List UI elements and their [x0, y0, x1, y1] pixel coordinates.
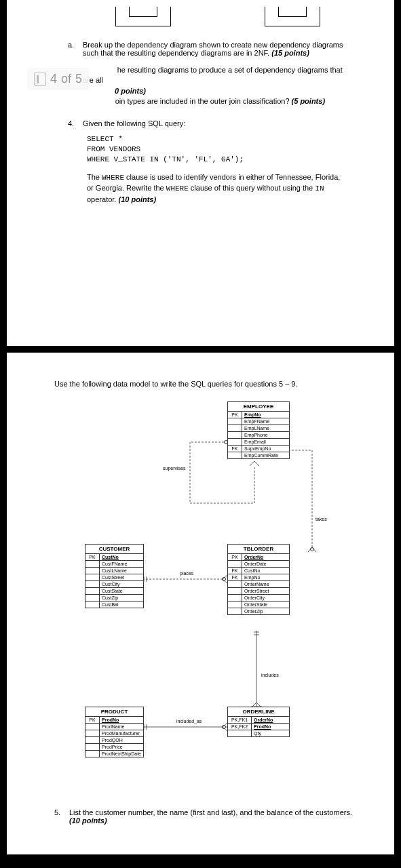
question-3a: a. Break up the dependency diagram shown…	[68, 41, 347, 57]
key-cell: FK	[228, 568, 242, 574]
page2-content: Use the following data model to write th…	[14, 380, 387, 825]
entity-row: ProdQOH	[85, 737, 143, 744]
entity-row: ProdPrice	[85, 744, 143, 751]
relation-takes: takes	[316, 517, 327, 521]
attr-cell: ProdNextShipDate	[100, 751, 143, 757]
key-cell: PK	[85, 554, 100, 560]
svg-point-3	[311, 548, 314, 551]
item-text: Given the following SQL query:	[83, 119, 185, 127]
attr-cell: CustState	[100, 588, 143, 594]
code-line: SELECT *	[87, 134, 347, 144]
key-cell: PK,FK1	[228, 717, 252, 723]
attr-cell: ProdNo	[252, 724, 289, 730]
key-cell	[85, 595, 100, 601]
attr-cell: CustLName	[100, 568, 143, 574]
svg-point-6	[223, 578, 226, 581]
entity-row: CustZip	[85, 595, 143, 601]
entity-row: Qty	[228, 730, 289, 736]
item-letter: a.	[68, 41, 77, 57]
relation-places: places	[180, 571, 193, 576]
entity-row: PK,FK1OrderNo	[228, 717, 289, 724]
attr-cell: EmpNo	[242, 574, 289, 580]
entity-row: PKEmpNo	[228, 412, 289, 418]
page1-content: a. Break up the dependency diagram shown…	[14, 7, 387, 205]
code-line: WHERE V_STATE IN ('TN', 'FL', GA');	[87, 155, 347, 165]
entity-row: EmpPhone	[228, 432, 289, 439]
key-cell	[228, 418, 242, 425]
attr-cell: EmpNo	[242, 412, 289, 418]
entity-tblorder: TBLORDER PKOrderNoOrderDateFKCustNoFKEmp…	[227, 544, 290, 615]
key-cell: PK,FK2	[228, 724, 252, 730]
attr-cell: EmpEmail	[242, 439, 289, 445]
item-number: 5.	[54, 808, 64, 825]
entity-row: FKSupvEmpNo	[228, 446, 289, 452]
relation-supervises: supervises	[163, 466, 185, 471]
item-text: Break up the dependency diagram shown to…	[83, 41, 347, 57]
relation-includes: includes	[261, 673, 279, 677]
entity-row: ProdName	[85, 724, 143, 730]
attr-cell: EmpFName	[242, 418, 289, 425]
key-cell	[85, 574, 100, 580]
text-part: operator.	[87, 195, 118, 203]
attr-cell: EmpLName	[242, 425, 289, 431]
key-cell: PK	[228, 412, 242, 418]
entity-row: PKProdNo	[85, 717, 143, 724]
attr-cell: SupvEmpNo	[242, 446, 289, 452]
entity-row: CustStreet	[85, 574, 143, 581]
attr-cell: CustZip	[100, 595, 143, 601]
key-cell: FK	[228, 574, 242, 580]
section-intro: Use the following data model to write th…	[54, 380, 354, 388]
entity-row: EmpEmail	[228, 439, 289, 446]
entity-row: EmpCommRate	[228, 452, 289, 458]
svg-point-12	[223, 726, 226, 729]
entity-row: PKCustNo	[85, 554, 143, 561]
entity-body: PKOrderNoOrderDateFKCustNoFKEmpNoOrderNa…	[228, 554, 289, 614]
key-cell: FK	[228, 446, 242, 452]
attr-cell: CustFName	[100, 561, 143, 567]
entity-product: PRODUCT PKProdNoProdNameProdManufacturer…	[85, 707, 144, 757]
entity-row: ProdNextShipDate	[85, 751, 143, 757]
attr-cell: ProdPrice	[100, 744, 143, 750]
text-part: clause of this query without using the	[189, 184, 316, 192]
attr-cell: OrderNo	[242, 554, 289, 560]
entity-body: PK,FK1OrderNoPK,FK2ProdNoQty	[228, 717, 289, 736]
entity-row: ProdManufacturer	[85, 730, 143, 737]
relation-included-as: included_as	[176, 719, 202, 724]
attr-cell: OrderNo	[252, 717, 289, 723]
entity-row: OrderStreet	[228, 588, 289, 595]
points-label: (5 points)	[292, 97, 326, 105]
question-5: 5. List the customer number, the name (f…	[54, 808, 354, 825]
question-4-explain: The WHERE clause is used to identify ven…	[87, 172, 347, 205]
key-cell	[85, 601, 100, 608]
attr-cell: OrderCity	[242, 595, 289, 601]
key-cell	[228, 581, 242, 587]
entity-row: OrderState	[228, 601, 289, 608]
text-part: oin types are included in the outer join…	[115, 97, 292, 105]
question-3b-partial: b. Modify the resulting diagrams to prod…	[83, 65, 347, 96]
code-inline: IN	[315, 184, 324, 193]
entity-row: EmpFName	[228, 418, 289, 425]
entity-title: EMPLOYEE	[228, 402, 289, 412]
total-pages: 5	[75, 72, 82, 86]
text-part: he resulting diagrams to produce a set o…	[83, 66, 343, 84]
entity-row: OrderCity	[228, 595, 289, 601]
attr-cell: OrderDate	[242, 561, 289, 567]
entity-title: CUSTOMER	[85, 545, 143, 554]
entity-body: PKProdNoProdNameProdManufacturerProdQOHP…	[85, 717, 143, 757]
key-cell	[85, 744, 100, 750]
entity-orderline: ORDERLINE PK,FK1OrderNoPK,FK2ProdNoQty	[227, 707, 290, 737]
attr-cell: ProdQOH	[100, 737, 143, 743]
attr-cell: CustNo	[242, 568, 289, 574]
entity-row: CustState	[85, 588, 143, 595]
entity-row: PKOrderNo	[228, 554, 289, 561]
attr-cell: CustBal	[100, 601, 143, 608]
attr-cell: CustStreet	[100, 574, 143, 580]
key-cell: PK	[85, 717, 100, 723]
points-label: (15 points)	[271, 49, 309, 57]
text-part: The	[87, 173, 102, 181]
points-label: (10 points)	[118, 195, 156, 203]
text-part: List the customer number, the name (firs…	[69, 808, 352, 816]
entity-row: EmpLName	[228, 425, 289, 432]
key-cell	[228, 601, 242, 608]
er-diagram: EMPLOYEE PKEmpNoEmpFNameEmpLNameEmpPhone…	[54, 401, 366, 788]
